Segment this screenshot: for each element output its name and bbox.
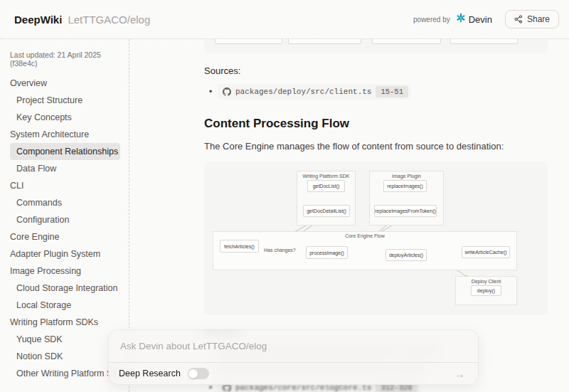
node-write-article-cache: writeArticleCache() xyxy=(462,246,510,258)
powered-by-label: powered by xyxy=(413,16,450,23)
sidebar-item-notion-sdk[interactable]: Notion SDK xyxy=(10,348,122,365)
source-path: packages/deploy/src/client.ts xyxy=(235,88,371,96)
group-title: Core Engine Flow xyxy=(213,233,516,238)
node-fetch-articles: fetchArticles() xyxy=(220,240,259,253)
list-bullet: • xyxy=(204,87,217,97)
sidebar-item-overview[interactable]: Overview xyxy=(10,75,122,92)
sidebar-item-image-processing[interactable]: Image Processing xyxy=(10,263,122,280)
section-intro-text: The Core Engine manages the flow of cont… xyxy=(204,141,548,152)
node-replace-images: replaceImages() xyxy=(383,180,427,192)
group-title: Image Plugin xyxy=(370,171,443,179)
group-writing-platform-sdk: Writing Platform SDK xyxy=(297,171,356,226)
diagram-box-partial xyxy=(288,39,361,44)
edge-label-has-changes: Has changes? xyxy=(264,248,296,253)
sidebar-item-local-storage[interactable]: Local Storage xyxy=(10,297,122,314)
sidebar-item-project-structure[interactable]: Project Structure xyxy=(10,92,122,109)
sidebar-item-commands[interactable]: Commands xyxy=(10,194,122,211)
diagram-box-partial xyxy=(450,39,518,44)
sidebar-item-system-architecture[interactable]: System Architecture xyxy=(10,126,122,143)
sidebar-item-core-engine[interactable]: Core Engine xyxy=(10,228,122,245)
diagram-box-partial xyxy=(215,39,282,44)
last-updated-text: Last updated: 21 April 2025 (f38e4c) xyxy=(10,51,122,68)
deep-research-label: Deep Research xyxy=(119,369,181,378)
toggle-knob xyxy=(188,369,198,378)
sidebar-item-yuque-sdk[interactable]: Yuque SDK xyxy=(10,331,122,348)
sidebar-item-adapter-plugin-system[interactable]: Adapter Plugin System xyxy=(10,245,122,263)
brand-logo[interactable]: DeepWiki xyxy=(14,14,62,26)
sidebar-item-cli[interactable]: CLI xyxy=(10,177,122,194)
devin-label: Devin xyxy=(469,14,492,25)
deep-research-toggle[interactable] xyxy=(188,368,209,379)
top-bar: DeepWiki LetTTGACO/elog powered by Devin xyxy=(0,0,569,39)
share-icon xyxy=(514,15,523,23)
group-title: Deploy Client xyxy=(456,277,516,284)
share-button-label: Share xyxy=(527,14,550,24)
sidebar-item-other-writing-platform-sdks[interactable]: Other Writing Platform SDKs xyxy=(10,365,122,382)
source-link[interactable]: packages/deploy/src/client.ts 15-51 xyxy=(217,84,411,100)
devin-link[interactable]: Devin xyxy=(456,13,492,26)
sidebar-item-configuration[interactable]: Configuration xyxy=(10,211,122,228)
sidebar-item-component-relationships[interactable]: Component Relationships xyxy=(10,143,120,160)
repo-title[interactable]: LetTTGACO/elog xyxy=(68,14,150,26)
source-line-range: 15-51 xyxy=(376,86,408,97)
node-process-image: processImage() xyxy=(306,246,348,259)
previous-diagram-partial xyxy=(204,39,548,53)
sidebar-item-cloud-storage-integration[interactable]: Cloud Storage Integration xyxy=(10,280,122,297)
sources-heading: Sources: xyxy=(204,65,548,76)
devin-logo-icon xyxy=(456,13,466,26)
node-get-doc-list: getDocList() xyxy=(307,180,345,192)
share-button[interactable]: Share xyxy=(505,10,559,28)
page-section-title: Content Processing Flow xyxy=(204,117,548,131)
source-row: • packages/deploy/src/client.ts 15-51 xyxy=(204,84,548,100)
node-deploy-articles: deployArticles() xyxy=(385,249,427,261)
submit-arrow-icon[interactable]: → xyxy=(452,367,468,381)
sidebar-item-writing-platform-sdks[interactable]: Writing Platform SDKs xyxy=(10,314,122,331)
github-icon xyxy=(223,88,231,96)
ask-devin-input[interactable] xyxy=(109,330,478,362)
ask-devin-panel: Deep Research → xyxy=(108,329,479,385)
sidebar-item-data-flow[interactable]: Data Flow xyxy=(10,160,122,177)
group-image-plugin: Image Plugin xyxy=(369,171,444,226)
sidebar-item-key-concepts[interactable]: Key Concepts xyxy=(10,109,122,126)
group-title: Writing Platform SDK xyxy=(297,171,355,179)
node-deploy: deploy() xyxy=(471,285,501,296)
node-replace-images-from-token: replaceImagesFromToken() xyxy=(374,205,437,217)
diagram-box-partial xyxy=(372,39,441,44)
node-get-doc-detail-list: getDocDetailList() xyxy=(303,205,350,217)
content-processing-flow-diagram: Writing Platform SDK Image Plugin Core E… xyxy=(204,162,548,315)
